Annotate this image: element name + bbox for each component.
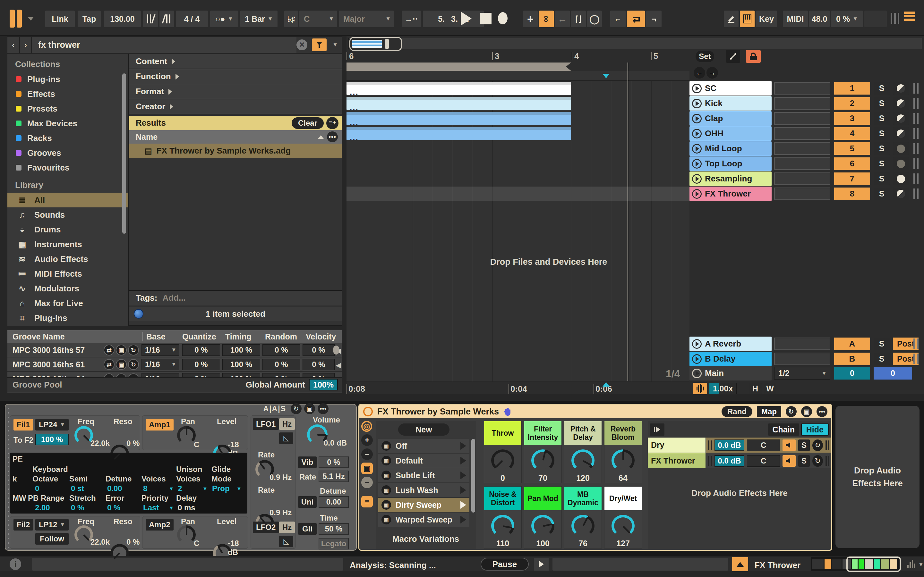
hide-chains-button[interactable]: Hide [801, 424, 829, 436]
overview-handle[interactable] [385, 39, 389, 49]
timing-value[interactable]: 100 % [222, 373, 260, 377]
vib-toggle[interactable]: Vib [298, 456, 317, 468]
track-header[interactable]: Resampling 7 S [690, 171, 924, 186]
track-solo-button[interactable]: S [874, 142, 890, 155]
voice-delay-value[interactable]: 0 ms [178, 503, 195, 512]
macro-knob[interactable] [491, 515, 514, 537]
marker-link-icon[interactable] [726, 50, 740, 63]
freq2-knob[interactable] [74, 525, 93, 544]
library-item[interactable]: ⌗ Plug-Ins [7, 311, 128, 326]
track-name[interactable]: OHH [690, 126, 772, 141]
punch-out-icon[interactable]: ¬ [646, 11, 662, 27]
track-solo-button[interactable]: S [874, 157, 890, 170]
variations-scrollbar[interactable] [471, 439, 475, 513]
track-name[interactable]: FX Thrower [690, 187, 772, 201]
arrangement-clip[interactable]: ... [347, 97, 571, 110]
quantize-value[interactable]: 0 % [182, 344, 220, 356]
macro-knob[interactable] [572, 450, 594, 472]
result-item-selected[interactable]: ▤ FX Thrower by Sample Werks.adg [129, 143, 342, 158]
fil2-type-dropdown[interactable]: LP12▼ [35, 519, 69, 530]
track-activator-button[interactable]: 1 [834, 82, 870, 95]
clear-filters-button[interactable]: Clear [292, 117, 324, 129]
macro-knob[interactable] [612, 515, 635, 537]
map-button[interactable]: Map [757, 406, 781, 417]
re-enable-automation-icon[interactable]: ← [555, 11, 570, 27]
timing-value[interactable]: 100 % [222, 359, 260, 370]
midi-map-button[interactable]: MIDI [783, 11, 808, 27]
track-resize-handle[interactable] [913, 98, 919, 109]
hotswap-groove-icon[interactable]: ↻ [128, 345, 139, 356]
waveform-zoom-icon[interactable] [693, 383, 707, 394]
amp2-toggle[interactable]: Amp2 [145, 519, 174, 530]
track-activator-button[interactable]: 2 [834, 97, 870, 110]
preview-orb-icon[interactable] [134, 309, 144, 319]
priority-caret[interactable]: ▼ [169, 505, 174, 511]
global-amount-value[interactable]: 100% [309, 379, 338, 390]
collection-item[interactable]: Max Devices [7, 116, 128, 131]
arrangement-clip[interactable]: ... [347, 127, 571, 140]
track-solo-button[interactable]: S [874, 187, 890, 200]
logo-menu-caret[interactable] [27, 17, 34, 21]
new-variation-button[interactable]: New [398, 424, 449, 436]
arrangement-overview[interactable] [349, 38, 922, 49]
variation-camera-icon[interactable]: ▣ [381, 485, 391, 495]
track-solo-button[interactable]: S [874, 172, 890, 185]
track-header[interactable]: FX Thrower 8 S [690, 187, 924, 201]
priority-value[interactable]: Last [143, 503, 159, 512]
collection-item[interactable]: Plug-ins [7, 72, 128, 87]
chain-name[interactable]: Dry [648, 438, 706, 453]
track-arm-button[interactable] [893, 157, 909, 170]
detune-value[interactable]: 0.00 [107, 484, 122, 493]
quantize-value[interactable]: 0 % [182, 359, 220, 370]
zoom-level-field[interactable]: 1.00x [709, 383, 737, 394]
follow-icon[interactable]: →·· [402, 11, 421, 27]
add-filter-icon[interactable]: ≡+ [326, 117, 338, 129]
macro-knob[interactable] [491, 450, 514, 472]
prev-locator-icon[interactable]: ← [694, 67, 705, 79]
gli-toggle[interactable]: Gli [298, 523, 317, 535]
library-item[interactable]: ◒ Drums [7, 222, 128, 237]
next-locator-icon[interactable]: → [706, 67, 718, 79]
track-activator-button[interactable]: 6 [834, 157, 870, 170]
track-resize-handle[interactable] [913, 189, 919, 199]
filter-category-row[interactable]: Content [129, 54, 342, 69]
main-volume[interactable]: 0 [874, 367, 912, 380]
overview-zoom-box[interactable] [349, 37, 402, 51]
track-name[interactable]: Top Loop [690, 156, 772, 171]
quantize-menu[interactable]: ○●▼ [210, 11, 238, 27]
key-signature-icon[interactable]: ♭♯ [284, 11, 298, 27]
track-solo-button[interactable]: S [874, 82, 890, 95]
amp1-toggle[interactable]: Amp1 [145, 419, 174, 430]
filter-category-row[interactable]: Format [129, 84, 342, 99]
time-signature-field[interactable]: 4 / 4 [176, 11, 208, 27]
track-header[interactable]: Mid Loop 5 S [690, 141, 924, 156]
sidebar-scrollbar[interactable] [122, 73, 126, 234]
automation-mode-icon[interactable]: ∞ [539, 11, 554, 27]
variation-row[interactable]: ▣ Warped Sweep [378, 513, 469, 527]
variation-list-icon[interactable]: ≡ [361, 496, 373, 508]
variation-row[interactable]: ▣ Off [378, 439, 469, 454]
macro-knob[interactable] [612, 450, 635, 472]
drop-audio-effects-zone[interactable]: Drop Audio Effects Here [835, 406, 919, 548]
collection-item[interactable]: Presets [7, 101, 128, 116]
track-name[interactable]: Kick [690, 96, 772, 111]
device-drag-handle[interactable] [7, 408, 10, 548]
stretch-value[interactable]: 0 % [71, 503, 84, 512]
key-map-button[interactable]: Key [756, 11, 777, 27]
vib-amount[interactable]: 0 % [318, 456, 349, 468]
variation-row[interactable]: ▣ Lush Wash [378, 483, 469, 498]
velocity-value[interactable]: 0 % [302, 359, 334, 370]
tempo-field[interactable]: 130.00 [104, 11, 141, 27]
locator-marker-bottom[interactable] [603, 382, 610, 387]
lfo2-hz-button[interactable]: Hz [279, 522, 295, 533]
chain-pan[interactable]: C [747, 455, 780, 467]
locator-marker-top[interactable] [603, 74, 610, 78]
clip-lane[interactable]: ... [347, 156, 690, 171]
beat-time-ruler[interactable]: 3456 [347, 51, 690, 62]
pb-range-value[interactable]: 2.00 [35, 503, 50, 512]
snapshot-camera-icon[interactable]: ▣ [361, 463, 373, 474]
reso-knob[interactable] [110, 445, 129, 463]
remove-variation-icon[interactable]: − [361, 448, 373, 460]
commit-groove-icon[interactable]: ⇄ [103, 359, 115, 370]
return-resize-handle[interactable] [913, 354, 919, 364]
